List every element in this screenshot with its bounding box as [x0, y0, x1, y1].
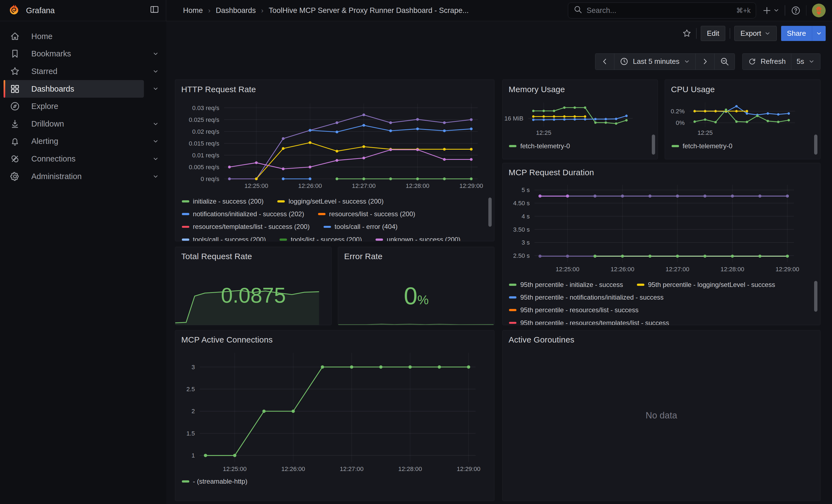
legend-item[interactable]: fetch-telemetry-0: [509, 142, 570, 150]
legend-row: resources/templates/list - success (200)…: [182, 220, 480, 233]
legend-row: 95th percentile - notifications/initiali…: [509, 291, 806, 304]
avatar[interactable]: [812, 4, 826, 17]
legend-item[interactable]: 95th percentile - resources/templates/li…: [509, 319, 669, 325]
breadcrumb: Home›Dashboards›ToolHive MCP Server & Pr…: [166, 6, 469, 15]
grid-icon: [10, 84, 20, 95]
breadcrumb-item[interactable]: Dashboards: [216, 6, 256, 15]
svg-text:12:25: 12:25: [536, 129, 551, 135]
legend-label: initialize - success (200): [193, 197, 264, 205]
sidebar-item-explore[interactable]: Explore: [0, 98, 166, 115]
chevron-down-icon[interactable]: [152, 138, 159, 144]
sidebar-item-home[interactable]: Home: [0, 27, 166, 45]
plug-icon: [10, 154, 20, 164]
breadcrumb-separator: ›: [208, 7, 210, 15]
legend-scrollbar[interactable]: [814, 281, 817, 312]
memory-usage-chart[interactable]: 16 MiB12:25: [503, 98, 657, 137]
legend-scrollbar[interactable]: [652, 135, 655, 155]
panel-title[interactable]: Error Rate: [338, 247, 494, 265]
legend-label: resources/list - success (200): [329, 210, 415, 218]
legend-row: initialize - success (200)logging/setLev…: [182, 195, 480, 208]
chevron-down-icon[interactable]: [152, 85, 159, 92]
sidebar-item-connections[interactable]: Connections: [0, 150, 166, 168]
search-shortcut: ⌘+k: [736, 7, 751, 15]
legend-swatch: [182, 239, 189, 241]
chevron-down-icon[interactable]: [152, 68, 159, 75]
legend-item[interactable]: resources/list - success (200): [318, 210, 415, 218]
mcp-request-duration-chart[interactable]: 2.50 s3 s3.50 s4 s4.50 s5 s12:25:0012:26…: [503, 182, 820, 277]
search-input-wrap[interactable]: ⌘+k: [568, 2, 756, 19]
mcp-active-connections-chart[interactable]: 11.522.5312:25:0012:26:0012:27:0012:28:0…: [175, 349, 494, 480]
legend-swatch: [182, 200, 189, 203]
legend-item[interactable]: 95th percentile - notifications/initiali…: [509, 294, 664, 301]
legend-item[interactable]: unknown - success (200): [375, 236, 460, 241]
http-request-rate-chart[interactable]: 0 req/s0.005 req/s0.01 req/s0.015 req/s0…: [175, 98, 494, 194]
breadcrumb-separator: ›: [261, 7, 263, 15]
legend-row: fetch-telemetry-0: [672, 140, 806, 152]
legend-swatch: [323, 226, 331, 228]
legend-item[interactable]: tools/call - error (404): [323, 223, 397, 231]
legend-scrollbar[interactable]: [488, 197, 492, 227]
panel-error-rate: Error Rate 0%: [338, 247, 494, 325]
sidebar-item-label: Drilldown: [31, 120, 64, 129]
legend-row: tools/call - success (200)tools/list - s…: [182, 233, 480, 241]
help-button[interactable]: [791, 5, 801, 16]
sidebar-item-administration[interactable]: Administration: [0, 167, 166, 185]
cpu-usage-chart[interactable]: 0%0.2%12:25: [665, 98, 820, 137]
legend-swatch: [509, 322, 516, 324]
panel-title[interactable]: MCP Request Duration: [503, 163, 820, 182]
add-button[interactable]: [761, 5, 780, 16]
panel-title[interactable]: Total Request Rate: [175, 247, 331, 265]
sidebar-item-label: Home: [31, 32, 53, 41]
nav-right: ⌘+k: [568, 2, 832, 19]
svg-text:12:25:00: 12:25:00: [223, 466, 246, 473]
legend-label: - (streamable-http): [193, 478, 248, 485]
legend-item[interactable]: notifications/initialized - success (202…: [182, 210, 304, 218]
sidebar-toggle-icon[interactable]: [149, 4, 160, 17]
legend-swatch: [182, 226, 189, 228]
panel-title[interactable]: Memory Usage: [503, 80, 657, 98]
legend-item[interactable]: 95th percentile - logging/setLevel - suc…: [637, 281, 775, 289]
error-rate-value: 0%: [338, 282, 494, 310]
svg-text:12:28:00: 12:28:00: [406, 182, 430, 189]
legend-item[interactable]: fetch-telemetry-0: [672, 142, 732, 150]
panel-title[interactable]: CPU Usage: [665, 80, 820, 98]
chevron-down-icon[interactable]: [152, 156, 159, 162]
panel-title[interactable]: HTTP Request Rate: [175, 80, 494, 98]
legend-swatch: [280, 239, 287, 241]
legend-scrollbar[interactable]: [814, 135, 817, 155]
sidebar-item-dashboards[interactable]: Dashboards: [0, 80, 166, 98]
legend-swatch: [509, 296, 516, 298]
svg-text:12:28:00: 12:28:00: [398, 466, 422, 473]
breadcrumb-item[interactable]: ToolHive MCP Server & Proxy Runner Dashb…: [269, 6, 469, 15]
sidebar-item-bookmarks[interactable]: Bookmarks: [0, 45, 166, 63]
svg-text:2: 2: [191, 408, 195, 415]
legend-item[interactable]: 95th percentile - initialize - success: [509, 281, 623, 289]
chevron-down-icon[interactable]: [152, 51, 159, 57]
legend-item[interactable]: initialize - success (200): [182, 197, 264, 205]
legend-item[interactable]: - (streamable-http): [182, 478, 248, 485]
legend-swatch: [277, 200, 285, 203]
legend-row: 95th percentile - resources/list - succe…: [509, 304, 806, 316]
legend-item[interactable]: tools/list - success (200): [280, 236, 362, 241]
sidebar-item-label: Explore: [31, 102, 58, 111]
breadcrumb-item[interactable]: Home: [183, 6, 203, 15]
drill-icon: [10, 118, 20, 129]
sidebar-item-starred[interactable]: Starred: [0, 63, 166, 80]
star-icon: [10, 66, 20, 77]
legend-swatch: [182, 480, 189, 482]
legend-item[interactable]: resources/templates/list - success (200): [182, 223, 310, 231]
search-input[interactable]: [587, 6, 732, 15]
bell-icon: [10, 136, 20, 147]
chevron-down-icon[interactable]: [152, 173, 159, 180]
sidebar-item-drilldown[interactable]: Drilldown: [0, 115, 166, 133]
grafana-logo[interactable]: [7, 3, 21, 18]
legend-item[interactable]: 95th percentile - resources/list - succe…: [509, 306, 638, 314]
sidebar-item-label: Bookmarks: [31, 49, 71, 58]
panel-title[interactable]: MCP Active Connections: [175, 330, 494, 349]
legend-item[interactable]: tools/call - success (200): [182, 236, 266, 241]
total-request-rate-value: 0.0875: [175, 283, 331, 308]
sidebar-item-alerting[interactable]: Alerting: [0, 133, 166, 150]
legend-item[interactable]: logging/setLevel - success (200): [277, 197, 384, 205]
chevron-down-icon[interactable]: [152, 121, 159, 127]
legend-row: fetch-telemetry-0: [509, 140, 644, 152]
